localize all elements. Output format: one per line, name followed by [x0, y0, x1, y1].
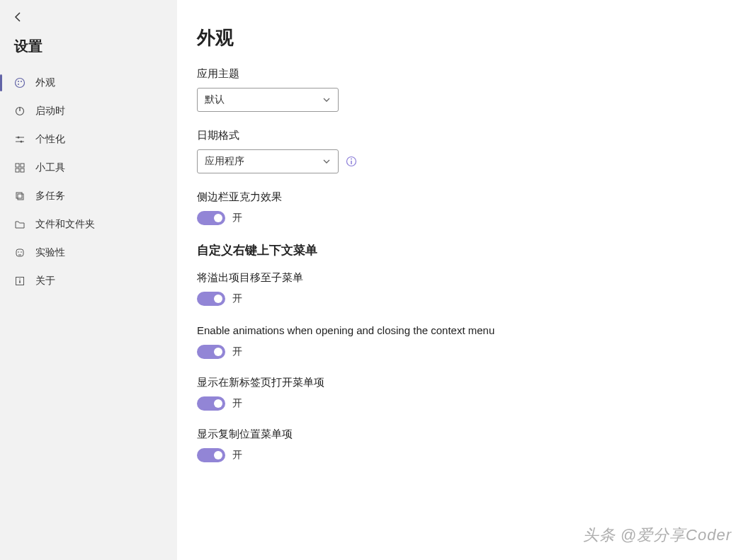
- svg-point-9: [21, 141, 23, 143]
- copylocation-setting: 显示复制位置菜单项 开: [197, 428, 733, 462]
- animations-toggle[interactable]: [197, 345, 225, 359]
- sidebar-item-label: 关于: [35, 275, 55, 287]
- svg-point-3: [18, 84, 19, 85]
- palette-icon: [13, 76, 27, 90]
- newtab-toggle[interactable]: [197, 396, 225, 411]
- flask-icon: [13, 246, 27, 260]
- sidebar-item-widgets[interactable]: 小工具: [0, 154, 177, 182]
- date-format-setting: 日期格式 应用程序: [197, 129, 733, 173]
- svg-rect-13: [21, 168, 24, 172]
- context-menu-section-title: 自定义右键上下文菜单: [197, 242, 733, 258]
- svg-point-25: [351, 159, 352, 160]
- copylocation-state: 开: [232, 449, 242, 462]
- sidebar-item-label: 小工具: [35, 161, 65, 174]
- svg-point-18: [21, 251, 22, 253]
- copylocation-toggle[interactable]: [197, 448, 225, 462]
- newtab-state: 开: [232, 397, 242, 410]
- folder-icon: [13, 217, 27, 232]
- sidebar-item-preferences[interactable]: 个性化: [0, 125, 177, 154]
- svg-point-7: [18, 137, 20, 139]
- sidebar-item-label: 启动时: [35, 105, 65, 118]
- animations-setting: Enable animations when opening and closi…: [197, 323, 733, 359]
- info-icon: [13, 274, 27, 288]
- newtab-label: 显示在新标签页打开菜单项: [197, 376, 733, 389]
- overflow-label: 将溢出项目移至子菜单: [197, 271, 733, 285]
- sidebar-item-label: 文件和文件夹: [35, 218, 95, 231]
- sidebar-item-files[interactable]: 文件和文件夹: [0, 210, 177, 239]
- copylocation-label: 显示复制位置菜单项: [197, 428, 733, 441]
- svg-rect-15: [18, 194, 23, 200]
- overflow-state: 开: [232, 292, 242, 305]
- acrylic-setting: 侧边栏亚克力效果 开: [197, 190, 733, 225]
- svg-rect-10: [16, 164, 19, 167]
- sidebar-item-multitasking[interactable]: 多任务: [0, 182, 177, 210]
- sidebar-item-label: 多任务: [35, 190, 65, 202]
- page-title: 外观: [197, 25, 733, 50]
- info-icon[interactable]: [346, 156, 357, 167]
- date-format-dropdown[interactable]: 应用程序: [197, 149, 339, 173]
- power-icon: [13, 104, 27, 118]
- acrylic-state: 开: [232, 212, 242, 224]
- sidebar-item-label: 个性化: [35, 133, 65, 146]
- chevron-down-icon: [322, 157, 331, 166]
- layers-icon: [13, 189, 27, 203]
- sidebar-item-label: 外观: [35, 76, 55, 89]
- date-format-value: 应用程序: [205, 155, 244, 168]
- theme-dropdown[interactable]: 默认: [197, 88, 339, 112]
- main-content: 外观 应用主题 默认 日期格式 应用程序 侧边栏亚克力效果: [177, 0, 753, 560]
- newtab-setting: 显示在新标签页打开菜单项 开: [197, 376, 733, 411]
- watermark: 头条 @爱分享Coder: [583, 525, 732, 546]
- overflow-setting: 将溢出项目移至子菜单 开: [197, 271, 733, 306]
- date-format-label: 日期格式: [197, 129, 733, 142]
- svg-point-22: [19, 278, 21, 280]
- overflow-toggle[interactable]: [197, 292, 225, 306]
- sidebar: 设置 外观 启动时 个性化 小工具 多任务 文件和文件夹: [0, 0, 177, 560]
- animations-state: 开: [232, 345, 242, 358]
- sidebar-item-startup[interactable]: 启动时: [0, 97, 177, 125]
- svg-rect-14: [16, 193, 22, 198]
- sidebar-title: 设置: [0, 27, 177, 69]
- sidebar-item-experimental[interactable]: 实验性: [0, 239, 177, 267]
- svg-point-2: [21, 81, 22, 82]
- animations-label: Enable animations when opening and closi…: [197, 323, 537, 339]
- svg-point-1: [18, 81, 19, 82]
- back-button[interactable]: [0, 7, 177, 27]
- acrylic-toggle[interactable]: [197, 211, 225, 225]
- svg-point-17: [18, 251, 19, 253]
- sidebar-item-appearance[interactable]: 外观: [0, 69, 177, 97]
- theme-label: 应用主题: [197, 67, 733, 81]
- sidebar-item-about[interactable]: 关于: [0, 267, 177, 295]
- chevron-down-icon: [322, 96, 331, 104]
- theme-setting: 应用主题 默认: [197, 67, 733, 112]
- grid-icon: [13, 161, 27, 175]
- svg-point-0: [16, 79, 25, 88]
- sliders-icon: [13, 132, 27, 147]
- theme-value: 默认: [205, 93, 225, 106]
- acrylic-label: 侧边栏亚克力效果: [197, 190, 733, 204]
- sidebar-item-label: 实验性: [35, 246, 65, 259]
- svg-rect-11: [21, 164, 24, 167]
- svg-rect-12: [16, 168, 19, 172]
